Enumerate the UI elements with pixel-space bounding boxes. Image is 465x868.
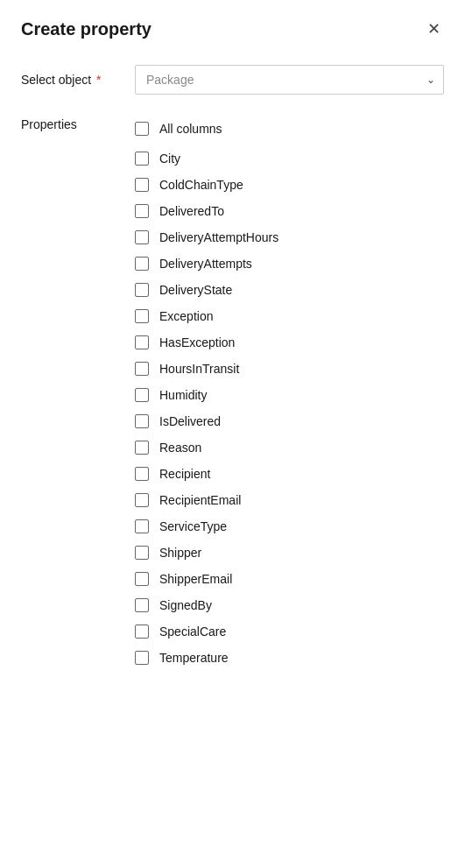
property-item-reason: Reason bbox=[135, 434, 444, 461]
checkbox-coldchaintype[interactable] bbox=[135, 178, 149, 192]
property-item-shipper: Shipper bbox=[135, 540, 444, 566]
checkbox-temperature[interactable] bbox=[135, 651, 149, 665]
property-item-exception: Exception bbox=[135, 303, 444, 329]
label-temperature[interactable]: Temperature bbox=[159, 651, 229, 665]
property-item-hoursintransit: HoursInTransit bbox=[135, 356, 444, 382]
checkbox-exception[interactable] bbox=[135, 309, 149, 323]
checkbox-recipient[interactable] bbox=[135, 467, 149, 481]
checkbox-hasexception[interactable] bbox=[135, 335, 149, 349]
label-servicetype[interactable]: ServiceType bbox=[159, 519, 227, 533]
close-button[interactable]: ✕ bbox=[424, 18, 444, 40]
checkbox-humidity[interactable] bbox=[135, 388, 149, 402]
label-humidity[interactable]: Humidity bbox=[159, 388, 207, 402]
label-deliveryattempthours[interactable]: DeliveryAttemptHours bbox=[159, 230, 278, 244]
checkbox-specialcare[interactable] bbox=[135, 625, 149, 639]
checkbox-hoursintransit[interactable] bbox=[135, 362, 149, 376]
label-hasexception[interactable]: HasException bbox=[159, 335, 235, 349]
all-columns-row: All columns bbox=[135, 116, 444, 142]
all-columns-checkbox[interactable] bbox=[135, 122, 149, 136]
all-columns-label[interactable]: All columns bbox=[159, 122, 222, 136]
panel-title: Create property bbox=[21, 19, 151, 39]
properties-list: All columns City ColdChainType Delivered… bbox=[135, 116, 444, 671]
label-deliveredto[interactable]: DeliveredTo bbox=[159, 204, 224, 218]
property-item-coldchaintype: ColdChainType bbox=[135, 172, 444, 198]
property-item-city: City bbox=[135, 145, 444, 172]
select-object-label: Select object * bbox=[21, 73, 135, 87]
checkbox-servicetype[interactable] bbox=[135, 519, 149, 533]
checkbox-deliveryattempts[interactable] bbox=[135, 257, 149, 271]
property-item-deliveryattempthours: DeliveryAttemptHours bbox=[135, 224, 444, 251]
label-deliveryattempts[interactable]: DeliveryAttempts bbox=[159, 257, 252, 271]
property-item-shipperemail: ShipperEmail bbox=[135, 566, 444, 592]
label-shipperemail[interactable]: ShipperEmail bbox=[159, 572, 232, 586]
label-hoursintransit[interactable]: HoursInTransit bbox=[159, 362, 239, 376]
label-exception[interactable]: Exception bbox=[159, 309, 213, 323]
checkbox-deliveredto[interactable] bbox=[135, 204, 149, 218]
select-object-wrapper: Package ⌄ bbox=[135, 65, 444, 95]
label-city[interactable]: City bbox=[159, 152, 180, 166]
create-property-panel: Create property ✕ Select object * Packag… bbox=[0, 0, 465, 868]
property-item-temperature: Temperature bbox=[135, 645, 444, 671]
label-specialcare[interactable]: SpecialCare bbox=[159, 625, 226, 639]
property-item-humidity: Humidity bbox=[135, 382, 444, 408]
label-reason[interactable]: Reason bbox=[159, 441, 201, 455]
checkbox-recipientemail[interactable] bbox=[135, 493, 149, 507]
property-item-isdelivered: IsDelivered bbox=[135, 408, 444, 434]
select-object-row: Select object * Package ⌄ bbox=[21, 65, 444, 95]
property-item-servicetype: ServiceType bbox=[135, 513, 444, 540]
checkbox-city[interactable] bbox=[135, 152, 149, 166]
checkbox-reason[interactable] bbox=[135, 441, 149, 455]
checkbox-shipperemail[interactable] bbox=[135, 572, 149, 586]
label-coldchaintype[interactable]: ColdChainType bbox=[159, 178, 243, 192]
required-indicator: * bbox=[93, 73, 101, 87]
label-recipient[interactable]: Recipient bbox=[159, 467, 210, 481]
checkbox-signedby[interactable] bbox=[135, 598, 149, 612]
panel-header: Create property ✕ bbox=[21, 18, 444, 40]
property-item-deliverystate: DeliveryState bbox=[135, 277, 444, 303]
label-shipper[interactable]: Shipper bbox=[159, 546, 201, 560]
label-recipientemail[interactable]: RecipientEmail bbox=[159, 493, 241, 507]
checkbox-deliverystate[interactable] bbox=[135, 283, 149, 297]
properties-section: Properties All columns City ColdChainTyp… bbox=[21, 116, 444, 671]
property-item-recipientemail: RecipientEmail bbox=[135, 487, 444, 513]
property-item-deliveredto: DeliveredTo bbox=[135, 198, 444, 224]
property-item-deliveryattempts: DeliveryAttempts bbox=[135, 251, 444, 277]
label-deliverystate[interactable]: DeliveryState bbox=[159, 283, 232, 297]
checkbox-shipper[interactable] bbox=[135, 546, 149, 560]
properties-label: Properties bbox=[21, 116, 135, 131]
checkbox-isdelivered[interactable] bbox=[135, 414, 149, 428]
property-item-recipient: Recipient bbox=[135, 461, 444, 487]
property-item-specialcare: SpecialCare bbox=[135, 618, 444, 645]
property-item-hasexception: HasException bbox=[135, 329, 444, 356]
property-item-signedby: SignedBy bbox=[135, 592, 444, 618]
select-object-input[interactable]: Package bbox=[135, 65, 444, 95]
checkbox-deliveryattempthours[interactable] bbox=[135, 230, 149, 244]
label-isdelivered[interactable]: IsDelivered bbox=[159, 414, 221, 428]
label-signedby[interactable]: SignedBy bbox=[159, 598, 212, 612]
